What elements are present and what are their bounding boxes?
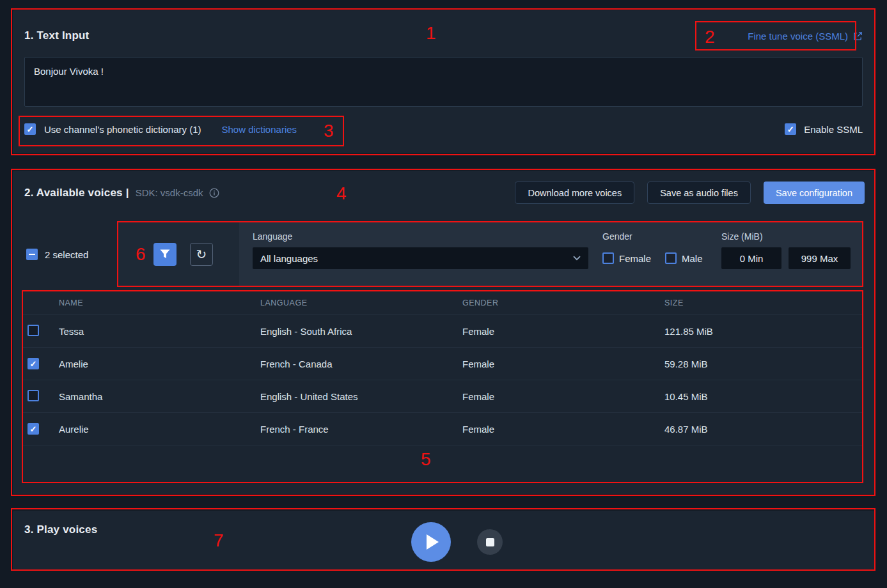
language-filter-group: Language All languages xyxy=(253,231,588,286)
voices-table-header: NAME LANGUAGE GENDER SIZE xyxy=(22,291,863,314)
language-filter-label: Language xyxy=(253,231,588,242)
text-input-title: 1. Text Input xyxy=(24,29,89,42)
filter-icon xyxy=(160,249,170,259)
voice-size: 46.87 MiB xyxy=(664,424,863,435)
save-configuration-button[interactable]: Save configuration xyxy=(764,182,865,204)
voice-gender: Female xyxy=(462,391,664,402)
voice-name: Samantha xyxy=(59,391,260,402)
download-more-voices-button[interactable]: Download more voices xyxy=(515,182,634,204)
phonetic-dictionary-checkbox[interactable] xyxy=(24,123,36,135)
available-voices-section: 2. Available voices | SDK: vsdk-csdk Dow… xyxy=(13,171,874,494)
voice-language: English - South Africa xyxy=(260,326,462,337)
enable-ssml-label: Enable SSML xyxy=(804,124,863,135)
voice-size: 59.28 MiB xyxy=(664,359,863,369)
gender-filter-group: Gender Female Male xyxy=(602,231,707,286)
voices-table-body: Tessa English - South Africa Female 121.… xyxy=(22,314,863,445)
column-header-gender: GENDER xyxy=(462,298,664,307)
column-header-language: LANGUAGE xyxy=(260,298,462,307)
filter-fields: Language All languages Gender Female xyxy=(239,222,863,286)
selection-count-label: 2 selected xyxy=(45,249,88,260)
play-icon xyxy=(427,534,439,550)
filter-actions: ↻ xyxy=(118,222,239,286)
column-header-name: NAME xyxy=(59,298,260,307)
info-icon[interactable] xyxy=(209,188,219,198)
voice-size: 10.45 MiB xyxy=(664,391,863,402)
save-audio-files-button[interactable]: Save as audio files xyxy=(647,182,751,204)
gender-filter-label: Gender xyxy=(602,231,707,242)
voice-name: Amelie xyxy=(59,359,260,369)
voice-row: Samantha English - United States Female … xyxy=(22,380,863,412)
phonetic-dictionary-label: Use channel's phonetic dictionary (1) xyxy=(44,124,201,135)
voice-language: English - United States xyxy=(260,391,462,402)
fine-tune-ssml-link[interactable]: Fine tune voice (SSML) xyxy=(748,31,863,42)
voice-row-checkbox[interactable] xyxy=(27,358,39,369)
play-button[interactable] xyxy=(411,522,451,562)
selection-count: 2 selected xyxy=(26,249,88,260)
voice-name: Tessa xyxy=(59,326,260,337)
female-checkbox[interactable] xyxy=(602,252,614,264)
voice-language: French - Canada xyxy=(260,359,462,369)
voice-config-page: 1. Text Input Fine tune voice (SSML) Bon… xyxy=(0,0,887,588)
refresh-icon: ↻ xyxy=(196,248,207,261)
voice-gender: Female xyxy=(462,326,664,337)
available-voices-title: 2. Available voices | xyxy=(24,187,129,199)
voice-gender: Female xyxy=(462,424,664,435)
language-select-value: All languages xyxy=(260,253,318,264)
size-max-input[interactable] xyxy=(789,247,851,269)
enable-ssml-checkbox[interactable] xyxy=(785,123,796,135)
language-select[interactable]: All languages xyxy=(253,247,588,269)
size-filter-group: Size (MiB) xyxy=(721,231,851,286)
stop-button[interactable] xyxy=(477,529,503,555)
refresh-button[interactable]: ↻ xyxy=(190,243,213,266)
size-min-input[interactable] xyxy=(721,247,781,269)
play-voices-section: 3. Play voices xyxy=(13,511,874,569)
external-link-icon xyxy=(853,31,863,41)
play-voices-title: 3. Play voices xyxy=(24,523,97,536)
filter-button[interactable] xyxy=(153,243,177,266)
filter-toolbar: ↻ Language All languages Gender xyxy=(118,222,863,286)
voice-name: Aurelie xyxy=(59,424,260,435)
voice-language: French - France xyxy=(260,424,462,435)
voice-row-checkbox[interactable] xyxy=(27,423,39,435)
stop-icon xyxy=(486,538,494,546)
voice-gender: Female xyxy=(462,359,664,369)
text-input-area[interactable]: Bonjour Vivoka ! xyxy=(24,57,863,107)
column-header-size: SIZE xyxy=(664,298,863,307)
female-label: Female xyxy=(619,253,651,264)
voices-table: NAME LANGUAGE GENDER SIZE Tessa English … xyxy=(22,291,863,445)
voice-row-checkbox[interactable] xyxy=(27,325,39,336)
voice-row: Aurelie French - France Female 46.87 MiB xyxy=(22,412,863,445)
size-filter-label: Size (MiB) xyxy=(721,231,851,242)
text-input-section: 1. Text Input Fine tune voice (SSML) Bon… xyxy=(13,10,874,153)
chevron-down-icon xyxy=(573,256,581,261)
voice-row: Amelie French - Canada Female 59.28 MiB xyxy=(22,347,863,380)
male-label: Male xyxy=(682,253,703,264)
show-dictionaries-link[interactable]: Show dictionaries xyxy=(222,124,297,135)
male-checkbox[interactable] xyxy=(665,252,677,264)
fine-tune-ssml-label: Fine tune voice (SSML) xyxy=(748,31,848,42)
sdk-label: SDK: vsdk-csdk xyxy=(136,187,203,198)
voice-row-checkbox[interactable] xyxy=(27,390,39,401)
voice-row: Tessa English - South Africa Female 121.… xyxy=(22,314,863,347)
select-all-checkbox[interactable] xyxy=(26,249,38,260)
voice-size: 121.85 MiB xyxy=(664,326,863,337)
